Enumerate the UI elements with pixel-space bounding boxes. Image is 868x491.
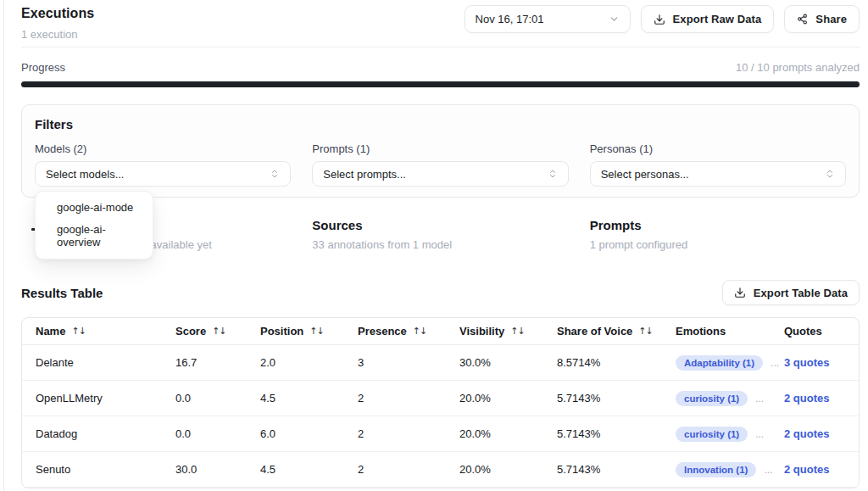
cell-visibility: 20.0% <box>459 427 557 440</box>
filter-prompts: Prompts (1) Select prompts... <box>312 142 568 187</box>
sort-icon[interactable]: ↑↓ <box>71 326 85 337</box>
column-header-share-of-voice[interactable]: Share of Voice↑↓ <box>557 325 676 338</box>
cell-emotions: Innovation (1) ... <box>676 462 777 477</box>
filters-card: Filters Models (2) Select models... goog… <box>21 104 860 198</box>
results-title: Results Table <box>21 286 103 300</box>
column-header-score[interactable]: Score↑↓ <box>175 325 260 338</box>
table-header-row: Name↑↓ Score↑↓ Position↑↓ Presence↑↓ Vis… <box>22 318 859 345</box>
page-header: Executions 1 execution Nov 16, 17:01 Exp… <box>21 5 860 41</box>
models-select[interactable]: Select models... <box>35 161 291 187</box>
filter-personas-label: Personas (1) <box>590 142 846 155</box>
export-table-data-button[interactable]: Export Table Data <box>722 280 860 305</box>
quotes-link[interactable]: 2 quotes <box>784 392 829 405</box>
column-header-visibility[interactable]: Visibility↑↓ <box>459 325 557 338</box>
cell-name: Datadog <box>36 427 175 440</box>
models-dropdown-option[interactable]: google-ai-overview <box>36 219 153 254</box>
quotes-link[interactable]: 3 quotes <box>784 356 829 369</box>
progress-label: Progress <box>21 61 65 74</box>
progress-status: 10 / 10 prompts analyzed <box>736 61 860 74</box>
execution-count: 1 execution <box>21 28 94 41</box>
quotes-link[interactable]: 2 quotes <box>784 427 829 440</box>
unfold-chevrons-icon <box>548 169 558 179</box>
results-header: Results Table Export Table Data <box>21 280 860 305</box>
column-label: Share of Voice <box>557 325 632 338</box>
more-emotions-ellipsis[interactable]: ... <box>764 464 772 476</box>
cell-position: 6.0 <box>260 427 358 440</box>
progress-bar <box>21 81 860 87</box>
cell-position: 2.0 <box>260 356 358 369</box>
export-raw-data-button[interactable]: Export Raw Data <box>641 5 775 33</box>
prompts-select[interactable]: Select prompts... <box>312 161 568 187</box>
page-header-text: Executions 1 execution <box>21 5 94 41</box>
progress-bar-fill <box>21 81 860 87</box>
results-table: Name↑↓ Score↑↓ Position↑↓ Presence↑↓ Vis… <box>21 317 860 488</box>
cell-score: 30.0 <box>175 463 260 476</box>
cell-quotes: 2 quotes <box>777 427 845 440</box>
filter-personas: Personas (1) Select personas... <box>590 142 846 187</box>
quotes-link[interactable]: 2 quotes <box>784 463 829 476</box>
cell-presence: 3 <box>358 356 459 369</box>
personas-select-placeholder: Select personas... <box>601 168 689 181</box>
progress-row: Progress 10 / 10 prompts analyzed <box>21 61 860 74</box>
sort-icon[interactable]: ↑↓ <box>510 326 524 337</box>
filter-models: Models (2) Select models... google-ai-mo… <box>35 142 291 187</box>
cell-share-of-voice: 5.7143% <box>557 392 676 405</box>
emotion-badge: curiosity (1) <box>676 391 748 406</box>
cell-emotions: curiosity (1) ... <box>676 391 777 406</box>
column-label: Quotes <box>784 325 822 338</box>
stat-sources-subtitle: 33 annotations from 1 model <box>312 238 568 251</box>
cell-quotes: 3 quotes <box>777 356 845 369</box>
share-label: Share <box>815 13 847 25</box>
emotion-badge: curiosity (1) <box>676 427 748 442</box>
column-header-presence[interactable]: Presence↑↓ <box>358 325 459 338</box>
stat-prompts: Prompts 1 prompt configured <box>590 218 846 251</box>
table-row: Delante 16.7 2.0 3 30.0% 8.5714% Adaptab… <box>22 345 859 381</box>
header-controls: Nov 16, 17:01 Export Raw Data Share <box>465 5 860 33</box>
chevron-down-icon <box>609 14 620 25</box>
cell-visibility: 20.0% <box>459 392 557 405</box>
cell-share-of-voice: 5.7143% <box>557 463 676 476</box>
stat-prompts-title: Prompts <box>590 218 846 232</box>
cell-score: 0.0 <box>175 392 260 405</box>
table-row: Senuto 30.0 4.5 2 20.0% 5.7143% Innovati… <box>22 452 859 488</box>
sort-icon[interactable]: ↑↓ <box>638 326 652 337</box>
cell-emotions: curiosity (1) ... <box>676 427 777 442</box>
sort-icon[interactable]: ↑↓ <box>413 326 426 337</box>
cell-visibility: 30.0% <box>459 356 557 369</box>
cell-quotes: 2 quotes <box>777 392 845 405</box>
cell-presence: 2 <box>358 392 459 405</box>
download-icon <box>654 14 665 25</box>
cell-position: 4.5 <box>260 463 358 476</box>
table-row: OpenLLMetry 0.0 4.5 2 20.0% 5.7143% curi… <box>22 381 859 416</box>
page-title: Executions <box>21 5 94 22</box>
more-emotions-ellipsis[interactable]: ... <box>755 428 764 440</box>
cell-name: OpenLLMetry <box>36 392 175 405</box>
column-header-name[interactable]: Name↑↓ <box>36 325 175 338</box>
column-header-position[interactable]: Position↑↓ <box>260 325 358 338</box>
personas-select[interactable]: Select personas... <box>590 161 846 187</box>
column-label: Name <box>36 325 65 338</box>
cell-score: 16.7 <box>175 356 260 369</box>
stat-sources-title: Sources <box>312 218 568 232</box>
filter-models-label: Models (2) <box>35 142 291 155</box>
sort-icon[interactable]: ↑↓ <box>309 326 323 337</box>
header-divider <box>21 47 860 47</box>
models-dropdown-option[interactable]: google-ai-mode <box>36 197 153 219</box>
stat-prompts-subtitle: 1 prompt configured <box>590 238 846 251</box>
share-button[interactable]: Share <box>784 5 860 33</box>
cell-score: 0.0 <box>175 427 260 440</box>
cell-quotes: 2 quotes <box>777 463 845 476</box>
cell-share-of-voice: 5.7143% <box>557 427 676 440</box>
emotion-badge: Innovation (1) <box>676 462 756 477</box>
more-emotions-ellipsis[interactable]: ... <box>755 393 764 405</box>
stat-sources: Sources 33 annotations from 1 model <box>312 218 568 251</box>
download-icon <box>734 287 746 299</box>
column-label: Score <box>175 325 206 338</box>
share-icon <box>797 14 808 25</box>
execution-date-select[interactable]: Nov 16, 17:01 <box>465 5 631 33</box>
cell-presence: 2 <box>358 463 459 476</box>
sort-icon[interactable]: ↑↓ <box>212 326 225 337</box>
cell-position: 4.5 <box>260 392 358 405</box>
cell-presence: 2 <box>358 427 459 440</box>
column-header-quotes: Quotes <box>777 325 845 338</box>
